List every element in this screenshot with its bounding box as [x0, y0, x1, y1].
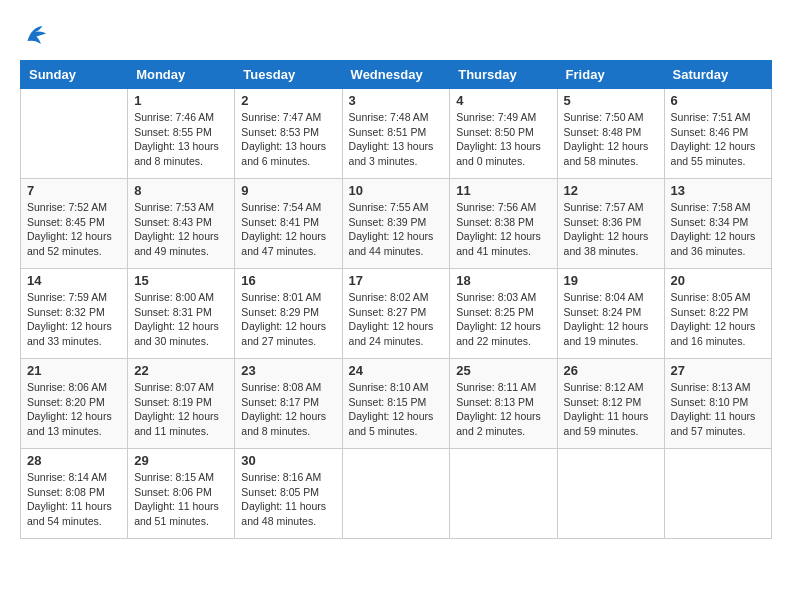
day-number: 5	[564, 93, 658, 108]
calendar-week-row: 28Sunrise: 8:14 AM Sunset: 8:08 PM Dayli…	[21, 449, 772, 539]
day-number: 18	[456, 273, 550, 288]
calendar-week-row: 14Sunrise: 7:59 AM Sunset: 8:32 PM Dayli…	[21, 269, 772, 359]
day-info: Sunrise: 8:05 AM Sunset: 8:22 PM Dayligh…	[671, 290, 765, 349]
day-info: Sunrise: 8:15 AM Sunset: 8:06 PM Dayligh…	[134, 470, 228, 529]
calendar-cell: 1Sunrise: 7:46 AM Sunset: 8:55 PM Daylig…	[128, 89, 235, 179]
day-number: 24	[349, 363, 444, 378]
weekday-header-wednesday: Wednesday	[342, 61, 450, 89]
day-number: 9	[241, 183, 335, 198]
calendar-cell: 29Sunrise: 8:15 AM Sunset: 8:06 PM Dayli…	[128, 449, 235, 539]
calendar-cell: 25Sunrise: 8:11 AM Sunset: 8:13 PM Dayli…	[450, 359, 557, 449]
day-info: Sunrise: 8:03 AM Sunset: 8:25 PM Dayligh…	[456, 290, 550, 349]
calendar-cell: 23Sunrise: 8:08 AM Sunset: 8:17 PM Dayli…	[235, 359, 342, 449]
day-info: Sunrise: 7:51 AM Sunset: 8:46 PM Dayligh…	[671, 110, 765, 169]
calendar-cell: 18Sunrise: 8:03 AM Sunset: 8:25 PM Dayli…	[450, 269, 557, 359]
day-info: Sunrise: 8:04 AM Sunset: 8:24 PM Dayligh…	[564, 290, 658, 349]
day-info: Sunrise: 8:00 AM Sunset: 8:31 PM Dayligh…	[134, 290, 228, 349]
weekday-header-tuesday: Tuesday	[235, 61, 342, 89]
day-number: 16	[241, 273, 335, 288]
calendar-cell: 17Sunrise: 8:02 AM Sunset: 8:27 PM Dayli…	[342, 269, 450, 359]
day-number: 20	[671, 273, 765, 288]
calendar-cell	[342, 449, 450, 539]
day-info: Sunrise: 7:47 AM Sunset: 8:53 PM Dayligh…	[241, 110, 335, 169]
day-number: 13	[671, 183, 765, 198]
calendar-cell	[21, 89, 128, 179]
day-info: Sunrise: 7:49 AM Sunset: 8:50 PM Dayligh…	[456, 110, 550, 169]
calendar-cell: 11Sunrise: 7:56 AM Sunset: 8:38 PM Dayli…	[450, 179, 557, 269]
logo-icon	[20, 20, 50, 50]
day-number: 29	[134, 453, 228, 468]
calendar-week-row: 7Sunrise: 7:52 AM Sunset: 8:45 PM Daylig…	[21, 179, 772, 269]
weekday-header-friday: Friday	[557, 61, 664, 89]
calendar-cell: 8Sunrise: 7:53 AM Sunset: 8:43 PM Daylig…	[128, 179, 235, 269]
day-number: 6	[671, 93, 765, 108]
day-info: Sunrise: 7:54 AM Sunset: 8:41 PM Dayligh…	[241, 200, 335, 259]
weekday-header-row: SundayMondayTuesdayWednesdayThursdayFrid…	[21, 61, 772, 89]
calendar-cell: 19Sunrise: 8:04 AM Sunset: 8:24 PM Dayli…	[557, 269, 664, 359]
logo	[20, 20, 54, 50]
day-number: 15	[134, 273, 228, 288]
weekday-header-saturday: Saturday	[664, 61, 771, 89]
day-info: Sunrise: 8:16 AM Sunset: 8:05 PM Dayligh…	[241, 470, 335, 529]
day-info: Sunrise: 7:48 AM Sunset: 8:51 PM Dayligh…	[349, 110, 444, 169]
day-info: Sunrise: 8:12 AM Sunset: 8:12 PM Dayligh…	[564, 380, 658, 439]
day-number: 22	[134, 363, 228, 378]
day-number: 14	[27, 273, 121, 288]
day-info: Sunrise: 8:14 AM Sunset: 8:08 PM Dayligh…	[27, 470, 121, 529]
day-info: Sunrise: 7:50 AM Sunset: 8:48 PM Dayligh…	[564, 110, 658, 169]
calendar-cell	[664, 449, 771, 539]
day-number: 26	[564, 363, 658, 378]
calendar-cell: 28Sunrise: 8:14 AM Sunset: 8:08 PM Dayli…	[21, 449, 128, 539]
day-info: Sunrise: 8:08 AM Sunset: 8:17 PM Dayligh…	[241, 380, 335, 439]
day-info: Sunrise: 7:55 AM Sunset: 8:39 PM Dayligh…	[349, 200, 444, 259]
calendar-cell: 12Sunrise: 7:57 AM Sunset: 8:36 PM Dayli…	[557, 179, 664, 269]
weekday-header-monday: Monday	[128, 61, 235, 89]
day-info: Sunrise: 8:06 AM Sunset: 8:20 PM Dayligh…	[27, 380, 121, 439]
day-number: 17	[349, 273, 444, 288]
calendar-cell: 9Sunrise: 7:54 AM Sunset: 8:41 PM Daylig…	[235, 179, 342, 269]
day-info: Sunrise: 7:57 AM Sunset: 8:36 PM Dayligh…	[564, 200, 658, 259]
day-number: 8	[134, 183, 228, 198]
day-number: 2	[241, 93, 335, 108]
calendar-cell: 2Sunrise: 7:47 AM Sunset: 8:53 PM Daylig…	[235, 89, 342, 179]
day-info: Sunrise: 7:52 AM Sunset: 8:45 PM Dayligh…	[27, 200, 121, 259]
day-number: 19	[564, 273, 658, 288]
day-info: Sunrise: 8:13 AM Sunset: 8:10 PM Dayligh…	[671, 380, 765, 439]
day-info: Sunrise: 8:02 AM Sunset: 8:27 PM Dayligh…	[349, 290, 444, 349]
calendar-week-row: 21Sunrise: 8:06 AM Sunset: 8:20 PM Dayli…	[21, 359, 772, 449]
calendar-cell: 20Sunrise: 8:05 AM Sunset: 8:22 PM Dayli…	[664, 269, 771, 359]
calendar-cell: 3Sunrise: 7:48 AM Sunset: 8:51 PM Daylig…	[342, 89, 450, 179]
calendar-cell: 16Sunrise: 8:01 AM Sunset: 8:29 PM Dayli…	[235, 269, 342, 359]
calendar-cell: 6Sunrise: 7:51 AM Sunset: 8:46 PM Daylig…	[664, 89, 771, 179]
weekday-header-thursday: Thursday	[450, 61, 557, 89]
day-info: Sunrise: 8:07 AM Sunset: 8:19 PM Dayligh…	[134, 380, 228, 439]
calendar-cell: 26Sunrise: 8:12 AM Sunset: 8:12 PM Dayli…	[557, 359, 664, 449]
page-header	[20, 20, 772, 50]
day-number: 27	[671, 363, 765, 378]
calendar-header: SundayMondayTuesdayWednesdayThursdayFrid…	[21, 61, 772, 89]
day-info: Sunrise: 7:59 AM Sunset: 8:32 PM Dayligh…	[27, 290, 121, 349]
day-number: 1	[134, 93, 228, 108]
calendar-cell: 22Sunrise: 8:07 AM Sunset: 8:19 PM Dayli…	[128, 359, 235, 449]
calendar-cell	[557, 449, 664, 539]
calendar-table: SundayMondayTuesdayWednesdayThursdayFrid…	[20, 60, 772, 539]
calendar-cell: 27Sunrise: 8:13 AM Sunset: 8:10 PM Dayli…	[664, 359, 771, 449]
calendar-cell: 7Sunrise: 7:52 AM Sunset: 8:45 PM Daylig…	[21, 179, 128, 269]
day-info: Sunrise: 8:11 AM Sunset: 8:13 PM Dayligh…	[456, 380, 550, 439]
calendar-cell: 10Sunrise: 7:55 AM Sunset: 8:39 PM Dayli…	[342, 179, 450, 269]
day-info: Sunrise: 7:58 AM Sunset: 8:34 PM Dayligh…	[671, 200, 765, 259]
day-info: Sunrise: 8:01 AM Sunset: 8:29 PM Dayligh…	[241, 290, 335, 349]
day-number: 28	[27, 453, 121, 468]
calendar-cell: 14Sunrise: 7:59 AM Sunset: 8:32 PM Dayli…	[21, 269, 128, 359]
day-number: 30	[241, 453, 335, 468]
day-number: 11	[456, 183, 550, 198]
day-number: 25	[456, 363, 550, 378]
calendar-cell: 5Sunrise: 7:50 AM Sunset: 8:48 PM Daylig…	[557, 89, 664, 179]
day-number: 23	[241, 363, 335, 378]
day-info: Sunrise: 8:10 AM Sunset: 8:15 PM Dayligh…	[349, 380, 444, 439]
calendar-cell: 15Sunrise: 8:00 AM Sunset: 8:31 PM Dayli…	[128, 269, 235, 359]
day-number: 10	[349, 183, 444, 198]
day-number: 3	[349, 93, 444, 108]
weekday-header-sunday: Sunday	[21, 61, 128, 89]
day-info: Sunrise: 7:46 AM Sunset: 8:55 PM Dayligh…	[134, 110, 228, 169]
